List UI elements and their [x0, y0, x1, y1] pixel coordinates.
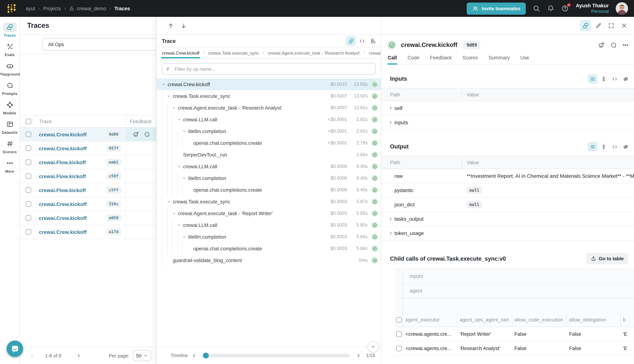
go-to-table-button[interactable]: Go to table: [586, 253, 628, 264]
sidebar-item-scorers[interactable]: Scorers: [0, 137, 20, 156]
tree-row[interactable]: crewai.Task.execute_sync $0.0003 5.87s: [157, 196, 381, 208]
tab-code[interactable]: Code: [407, 55, 420, 64]
trace-row[interactable]: crewai.Flow.kickoff eab1: [20, 156, 156, 169]
column-header-b[interactable]: b: [621, 313, 634, 326]
row-checkbox[interactable]: [26, 201, 31, 207]
trace-row[interactable]: crewai.Crew.kickoff 316c: [20, 197, 156, 211]
op-filter-input[interactable]: Filter by op name...: [162, 63, 376, 75]
hide-button[interactable]: [621, 142, 630, 152]
list-view-button[interactable]: [588, 74, 597, 84]
breadcrumb-projects[interactable]: Projects: [43, 6, 61, 11]
row-checkbox[interactable]: [26, 132, 31, 137]
chevron-right-icon[interactable]: [389, 231, 393, 235]
trace-crumb-tab[interactable]: crewai.Task.execute_sync: [207, 48, 260, 58]
trace-row[interactable]: crewai.Flow.kickoff c59f: [20, 169, 156, 183]
split-view-button[interactable]: [580, 20, 591, 31]
chevron-right-icon[interactable]: [389, 106, 393, 110]
code-view-button[interactable]: [357, 36, 367, 46]
row-checkbox[interactable]: [26, 146, 31, 151]
trace-name-link[interactable]: crewai.Flow.kickoff: [39, 187, 106, 193]
tree-row[interactable]: crewai.Crew.kickoff $0.0010 19.83s: [157, 78, 381, 90]
kv-row[interactable]: json_dictnull: [381, 198, 634, 212]
tab-use[interactable]: Use: [520, 55, 529, 64]
breadcrumb-project[interactable]: crewai_demo: [77, 6, 106, 11]
trace-name-link[interactable]: crewai.Crew.kickoff: [39, 201, 106, 207]
column-header-agent-executor[interactable]: agent_executor: [403, 313, 458, 326]
help-button[interactable]: [561, 5, 569, 12]
tree-row[interactable]: openai.chat.completions.create $0.0006 9…: [157, 184, 381, 196]
next-trace-icon[interactable]: [180, 22, 187, 29]
trace-row[interactable]: crewai.Crew.kickoff a17d: [20, 225, 156, 239]
row-checkbox[interactable]: [396, 331, 402, 337]
tree-row[interactable]: litellm.completion $0.0006 9.40s: [157, 172, 381, 184]
tab-summary[interactable]: Summary: [488, 55, 510, 64]
chevron-right-icon[interactable]: [389, 217, 393, 221]
chevron-down-icon[interactable]: [172, 212, 176, 215]
kv-row[interactable]: raw**Investment Report: AI in Chemical a…: [381, 169, 634, 183]
chevron-down-icon[interactable]: [167, 94, 171, 98]
row-checkbox[interactable]: [396, 346, 402, 351]
chevron-down-icon[interactable]: [182, 176, 186, 180]
emoji-add-icon[interactable]: [133, 131, 139, 138]
call-id-badge[interactable]: 9d89: [463, 41, 480, 49]
row-checkbox[interactable]: [26, 229, 31, 234]
comment-icon[interactable]: [144, 131, 150, 138]
column-header-agent-ops-agent-nan[interactable]: agent_ops_agent_nan: [458, 313, 512, 326]
sidebar-item-playground[interactable]: Playground: [0, 60, 20, 79]
code-view-button[interactable]: [610, 74, 619, 84]
trace-column-header[interactable]: Trace: [33, 118, 126, 125]
chevron-down-icon[interactable]: [167, 200, 171, 204]
kv-row[interactable]: pydanticnull: [381, 183, 634, 198]
list-view-button[interactable]: [588, 142, 597, 152]
trace-row[interactable]: crewai.Crew.kickoff 657f: [20, 142, 156, 156]
trace-name-link[interactable]: crewai.Crew.kickoff: [39, 215, 106, 221]
row-checkbox[interactable]: [26, 187, 31, 193]
row-checkbox[interactable]: [26, 160, 31, 165]
tree-row[interactable]: litellm.completion $0.0003 5.84s: [157, 231, 381, 243]
expand-rows-button[interactable]: [599, 142, 608, 152]
chevron-down-icon[interactable]: [177, 164, 181, 168]
invite-teammates-button[interactable]: Invite teammates: [467, 2, 526, 14]
hide-button[interactable]: [621, 74, 630, 84]
timeline-next-icon[interactable]: [356, 353, 361, 358]
edit-button[interactable]: [593, 20, 604, 31]
timeline-prev-icon[interactable]: [191, 353, 197, 358]
more-options-icon[interactable]: [622, 42, 629, 48]
column-header-allow-delegation[interactable]: allow_delegation: [567, 313, 621, 326]
expand-rows-button[interactable]: [599, 74, 608, 84]
search-icon[interactable]: [533, 5, 540, 12]
fullscreen-button[interactable]: [606, 20, 617, 31]
chat-support-button[interactable]: [7, 340, 23, 357]
select-all-checkbox[interactable]: [26, 118, 31, 124]
avatar[interactable]: [616, 2, 628, 15]
child-call-row[interactable]: <crewai.agents.cre...'Report Writer'Fals…: [395, 327, 634, 341]
kv-row[interactable]: token_usage: [381, 226, 634, 240]
tree-row[interactable]: crewai.Agent.execute_task - 'Report Writ…: [157, 208, 381, 219]
tree-row[interactable]: litellm.completion <$0.0001 2.82s: [157, 125, 381, 137]
trace-row[interactable]: crewai.Flow.kickoff c5ff: [20, 183, 156, 197]
tree-row[interactable]: openai.chat.completions.create $0.0003 5…: [157, 243, 381, 254]
tab-scores[interactable]: Scores: [462, 55, 478, 64]
trace-row[interactable]: crewai.Crew.kickoff e058: [20, 211, 156, 225]
tree-row[interactable]: SerperDevTool._run 1.66s: [157, 149, 381, 160]
prev-page-icon[interactable]: [29, 353, 35, 358]
trace-row[interactable]: crewai.Crew.kickoff 9d89: [20, 128, 156, 142]
tree-row[interactable]: crewai.LLM.call $0.0006 9.40s: [157, 160, 381, 172]
trace-name-link[interactable]: crewai.Flow.kickoff: [39, 159, 106, 165]
timeline-slider[interactable]: [202, 354, 350, 358]
trace-name-link[interactable]: crewai.Crew.kickoff: [39, 229, 106, 235]
ops-filter-select[interactable]: All Ops: [43, 38, 156, 50]
tree-row[interactable]: openai.chat.completions.create <$0.0001 …: [157, 137, 381, 149]
sidebar-item-evals[interactable]: Evals: [0, 40, 20, 60]
chevron-down-icon[interactable]: [177, 118, 181, 121]
trace-name-link[interactable]: crewai.Crew.kickoff: [39, 132, 106, 137]
tree-row[interactable]: crewai.Agent.execute_task - 'Research An…: [157, 102, 381, 114]
kv-row[interactable]: inputs: [381, 116, 634, 130]
chevron-down-icon[interactable]: [177, 223, 181, 227]
tree-row[interactable]: crewai.LLM.call $0.0003 5.85s: [157, 219, 381, 231]
notifications-icon[interactable]: [547, 5, 555, 12]
row-checkbox[interactable]: [26, 174, 31, 179]
trace-name-link[interactable]: crewai.Flow.kickoff: [39, 173, 106, 179]
close-panel-button[interactable]: [618, 20, 629, 31]
comment-icon[interactable]: [610, 42, 617, 48]
